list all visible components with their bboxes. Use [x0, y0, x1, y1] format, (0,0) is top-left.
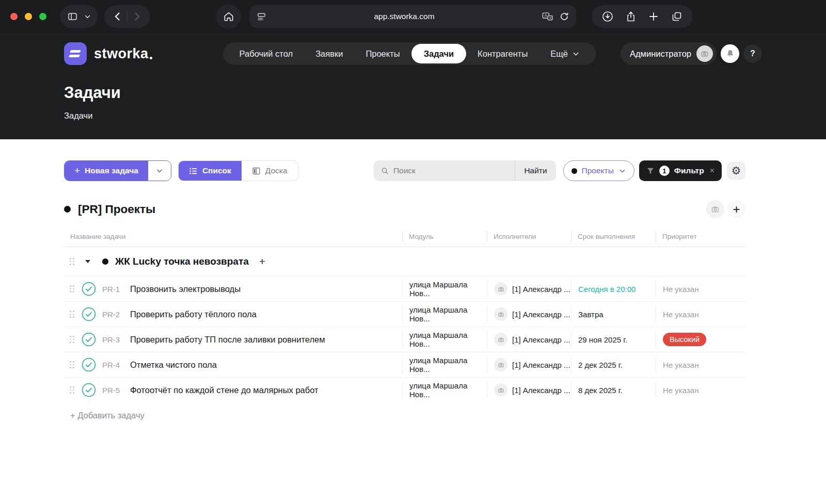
nav-item-tasks[interactable]: Задачи [411, 44, 466, 63]
more-chevron-down-icon [572, 50, 580, 58]
reader-view-icon[interactable] [257, 12, 266, 22]
task-status-check-icon[interactable] [82, 383, 96, 397]
camera-icon [711, 205, 720, 214]
task-title[interactable]: Проверить работу тёплого пола [130, 310, 257, 319]
nav-item-requests[interactable]: Заявки [304, 42, 354, 65]
nav-item-more[interactable]: Ещё [539, 42, 591, 65]
nav-item-projects[interactable]: Проекты [354, 42, 411, 65]
search-icon [381, 167, 389, 175]
search-input[interactable] [393, 166, 507, 175]
nav-item-contractors[interactable]: Контрагенты [466, 42, 539, 65]
table-row[interactable]: PR-1 Прозвонить электровыводы улица Марш… [64, 276, 745, 301]
task-priority: Не указан [656, 280, 745, 298]
task-module: улица Маршала Нов... [402, 305, 487, 323]
view-list-button[interactable]: Список [179, 161, 242, 181]
forward-button[interactable] [128, 12, 147, 21]
task-status-check-icon[interactable] [82, 307, 96, 321]
assignee-avatar [494, 307, 507, 321]
home-button[interactable] [216, 4, 241, 29]
column-due-date: Срок выполнения [571, 231, 656, 242]
table-row[interactable]: PR-2 Проверить работу тёплого пола улица… [64, 301, 745, 327]
new-task-button[interactable]: + Новая задача [65, 161, 148, 181]
drag-handle[interactable] [70, 361, 74, 368]
section-header: [PR] Проекты + [64, 200, 745, 218]
user-menu[interactable]: Администратор [621, 42, 717, 65]
minimize-window-button[interactable] [25, 13, 32, 20]
settings-button[interactable]: ⚙ [727, 161, 745, 180]
section-camera-button[interactable] [706, 200, 724, 218]
tab-overview-icon[interactable] [671, 11, 682, 22]
help-button[interactable]: ? [743, 44, 762, 63]
gear-icon: ⚙ [732, 165, 741, 177]
translate-icon[interactable]: A文 [542, 12, 553, 22]
priority-high-badge: Высокий [663, 333, 706, 346]
brand-name: stworka [94, 46, 149, 62]
drag-handle[interactable] [70, 311, 74, 318]
new-task-dropdown-button[interactable] [148, 161, 171, 181]
new-task-label: Новая задача [85, 166, 138, 175]
sidebar-icon[interactable] [67, 11, 78, 22]
task-group-row: ЖК Lucky точка невозврата + [64, 247, 745, 276]
reload-icon[interactable] [560, 12, 569, 21]
project-color-dot [571, 168, 577, 174]
task-priority: Не указан [656, 305, 745, 323]
view-toggle: Список Доска [178, 160, 298, 181]
back-button[interactable] [107, 12, 127, 21]
filter-button[interactable]: 1 Фильтр × [639, 160, 722, 181]
task-title[interactable]: Отметка чистого пола [130, 360, 217, 370]
task-title[interactable]: Фотоотчёт по каждой стене до малярных ра… [130, 385, 319, 395]
filter-count-badge: 1 [659, 166, 670, 176]
task-assignee: [1] Александр ... [487, 381, 571, 399]
table-row[interactable]: PR-3 Проверить работу ТП после заливки р… [64, 327, 745, 352]
board-icon [252, 167, 261, 175]
sidebar-chevron-down-icon[interactable] [84, 13, 91, 20]
view-list-label: Список [202, 166, 231, 175]
new-task-split-button: + Новая задача [64, 160, 171, 181]
task-status-check-icon[interactable] [82, 332, 96, 347]
table-row[interactable]: PR-5 Фотоотчёт по каждой стене до малярн… [64, 377, 745, 402]
downloads-icon[interactable] [602, 11, 613, 22]
task-module: улица Маршала Нов... [402, 381, 487, 399]
task-id: PR-1 [102, 285, 124, 294]
camera-icon [498, 362, 504, 368]
close-window-button[interactable] [10, 13, 18, 20]
zoom-window-button[interactable] [39, 13, 46, 20]
task-status-check-icon[interactable] [82, 282, 96, 296]
task-assignee: [1] Александр ... [487, 331, 571, 348]
task-due-date: 29 ноя 2025 г. [571, 331, 656, 348]
task-priority: Не указан [656, 356, 745, 373]
task-assignee: [1] Александр ... [487, 305, 571, 323]
group-add-task-button[interactable]: + [259, 255, 265, 268]
window-controls [10, 13, 46, 20]
task-status-check-icon[interactable] [82, 357, 96, 372]
nav-item-desktop[interactable]: Рабочий стол [228, 42, 305, 65]
search-submit-button[interactable]: Найти [515, 160, 555, 181]
filter-clear-icon[interactable]: × [710, 166, 714, 175]
task-module: улица Маршала Нов... [402, 280, 487, 298]
share-icon[interactable] [626, 11, 636, 22]
address-bar[interactable]: app.stworka.com A文 [249, 5, 576, 28]
drag-handle[interactable] [70, 336, 74, 343]
assignee-avatar [494, 333, 507, 346]
section-add-button[interactable]: + [727, 200, 745, 218]
drag-handle[interactable] [70, 386, 74, 394]
task-title[interactable]: Прозвонить электровыводы [130, 284, 241, 294]
projects-filter-dropdown[interactable]: Проекты [563, 160, 634, 181]
collapse-caret-icon[interactable] [85, 260, 90, 263]
chevron-down-icon [155, 167, 164, 175]
new-tab-icon[interactable] [648, 11, 659, 22]
funnel-icon [646, 167, 655, 175]
table-header: Название задачи Модуль Исполнители Срок … [64, 226, 745, 247]
column-assignees: Исполнители [487, 231, 571, 242]
drag-handle[interactable] [70, 285, 74, 292]
task-title[interactable]: Проверить работу ТП после заливки ровнит… [130, 335, 325, 345]
nav-item-more-label: Ещё [550, 49, 568, 59]
assignee-avatar [494, 282, 507, 296]
notifications-button[interactable] [721, 44, 739, 63]
table-row[interactable]: PR-4 Отметка чистого пола улица Маршала … [64, 352, 745, 377]
add-task-button[interactable]: + Добавить задачу [64, 402, 745, 428]
drag-handle[interactable] [70, 258, 74, 265]
brand-logo[interactable]: stworka [64, 42, 152, 65]
task-due-date: 2 дек 2025 г. [571, 356, 656, 373]
view-board-button[interactable]: Доска [242, 161, 298, 181]
